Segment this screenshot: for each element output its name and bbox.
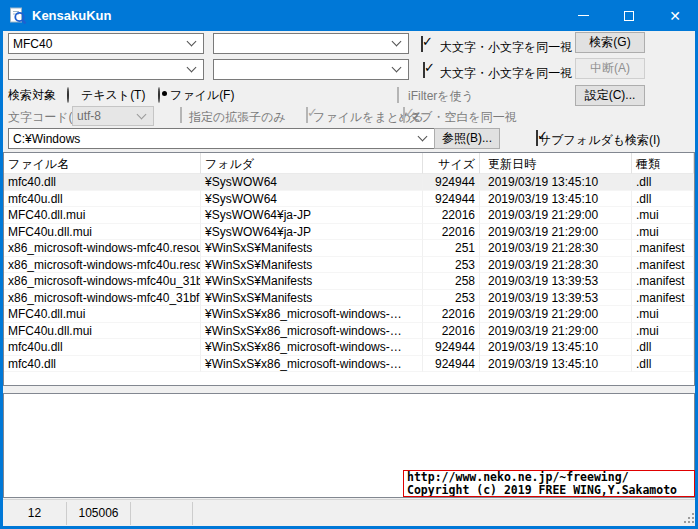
target-file-radio[interactable] [158,87,160,103]
search-keyword-combo-1[interactable]: MFC40 [8,33,204,54]
cell-folder: ¥WinSxS¥x86_microsoft-windows-… [201,306,423,323]
chevron-down-icon [418,132,428,142]
cell-folder: ¥SysWOW64 [201,191,423,208]
cell-size: 251 [423,240,480,257]
cell-size: 924944 [423,356,480,373]
maximize-icon [624,11,634,21]
status-result-count: 12 [3,500,66,527]
table-body: mfc40.dll ¥SysWOW64 924944 2019/03/19 13… [4,174,694,372]
subfolder-checkbox[interactable] [536,130,538,146]
table-row[interactable]: mfc40u.dll ¥WinSxS¥x86_microsoft-windows… [4,339,694,356]
cell-folder: ¥WinSxS¥Manifests [201,240,423,257]
abort-button: 中断(A) [575,58,645,79]
target-text-radio[interactable] [67,87,69,103]
results-listview: ファイル名 フォルダ サイズ 更新日時 種類 mfc40.dll ¥SysWOW… [3,152,695,386]
cell-folder: ¥WinSxS¥Manifests [201,273,423,290]
cell-size: 22016 [423,224,480,241]
cell-filename: MFC40.dll.mui [4,207,201,224]
copyright-box: http://www.neko.ne.jp/~freewing/ Copyrig… [403,470,695,497]
browse-button[interactable]: 参照(B)... [434,128,500,149]
minimize-button[interactable] [560,0,606,31]
ext-only-label: 指定の拡張子のみ [189,109,286,126]
column-header-filename[interactable]: ファイル名 [4,153,201,174]
search-button[interactable]: 検索(G) [575,32,645,53]
cell-type: .mui [632,224,694,241]
cell-type: .dll [632,174,694,191]
column-header-size[interactable]: サイズ [423,153,480,174]
target-file-label[interactable]: ファイル(F) [170,87,234,104]
match-case-checkbox-2[interactable] [423,62,425,78]
cell-size: 253 [423,257,480,274]
subfolder-label[interactable]: サブフォルダも検索(I) [539,132,660,149]
cell-type: .dll [632,191,694,208]
cell-modified: 2019/03/19 21:29:00 [480,306,632,323]
cell-size: 253 [423,290,480,307]
table-row[interactable]: x86_microsoft-windows-mfc40u_31b… ¥WinSx… [4,273,694,290]
column-header-folder[interactable]: フォルダ [201,153,423,174]
table-row[interactable]: x86_microsoft-windows-mfc40_31bf… ¥WinSx… [4,290,694,307]
column-header-type[interactable]: 種類 [632,153,694,174]
tab-space-checkbox [403,107,405,123]
cell-size: 924944 [423,174,480,191]
cell-size: 258 [423,273,480,290]
combine-files-checkbox [306,107,308,123]
table-row[interactable]: MFC40u.dll.mui ¥WinSxS¥x86_microsoft-win… [4,323,694,340]
cell-modified: 2019/03/19 13:45:10 [480,191,632,208]
copyright-text: Copyright (c) 2019 FREE WING,Y.Sakamoto [407,484,691,497]
match-case-checkbox-1[interactable] [421,36,423,52]
chevron-down-icon [392,63,402,73]
cell-size: 22016 [423,306,480,323]
cell-filename: mfc40.dll [4,174,201,191]
ifilter-checkbox [397,87,399,103]
cell-size: 924944 [423,191,480,208]
cell-filename: MFC40.dll.mui [4,306,201,323]
cell-folder: ¥WinSxS¥Manifests [201,257,423,274]
table-row[interactable]: mfc40.dll ¥SysWOW64 924944 2019/03/19 13… [4,174,694,191]
table-row[interactable]: MFC40.dll.mui ¥SysWOW64¥ja-JP 22016 2019… [4,207,694,224]
settings-button[interactable]: 設定(C)... [575,85,645,106]
match-case-label-1: 大文字・小文字を同一視 [440,39,572,56]
ifilter-label: iFilterを使う [408,88,474,105]
search-target-label: 検索対象 [8,87,56,104]
cell-filename: MFC40u.dll.mui [4,224,201,241]
maximize-button[interactable] [606,0,652,31]
resize-grip[interactable] [682,511,694,523]
column-header-modified[interactable]: 更新日時 [480,153,632,174]
target-text-label[interactable]: テキスト(T) [81,87,145,104]
cell-modified: 2019/03/19 21:28:30 [480,257,632,274]
table-row[interactable]: MFC40.dll.mui ¥WinSxS¥x86_microsoft-wind… [4,306,694,323]
search-keyword-combo-4[interactable] [213,59,409,80]
cell-type: .manifest [632,240,694,257]
cell-type: .manifest [632,257,694,274]
search-keyword-combo-2[interactable] [213,33,409,54]
table-row[interactable]: mfc40.dll ¥WinSxS¥x86_microsoft-windows-… [4,356,694,373]
cell-size: 22016 [423,207,480,224]
close-button[interactable]: ✕ [652,0,698,31]
charset-value: utf-8 [77,109,134,123]
cell-folder: ¥WinSxS¥x86_microsoft-windows-… [201,356,423,373]
search-path-combo[interactable]: C:¥Windows [8,128,435,149]
chevron-down-icon [137,109,147,119]
cell-modified: 2019/03/19 21:28:30 [480,240,632,257]
search-keyword-combo-3[interactable] [8,59,204,80]
table-row[interactable]: x86_microsoft-windows-mfc40.resou… ¥WinS… [4,240,694,257]
cell-modified: 2019/03/19 13:45:10 [480,339,632,356]
cell-filename: x86_microsoft-windows-mfc40_31bf… [4,290,201,307]
statusbar: 12 105006 [3,499,695,526]
table-row[interactable]: mfc40u.dll ¥SysWOW64 924944 2019/03/19 1… [4,191,694,208]
minimize-icon [578,15,589,16]
table-row[interactable]: x86_microsoft-windows-mfc40u.reso… ¥WinS… [4,257,694,274]
app-magnifier-icon[interactable] [9,7,27,25]
cell-type: .manifest [632,273,694,290]
status-pane-4 [193,500,695,527]
cell-filename: mfc40u.dll [4,191,201,208]
cell-filename: mfc40.dll [4,356,201,373]
cell-folder: ¥WinSxS¥x86_microsoft-windows-… [201,339,423,356]
table-row[interactable]: MFC40u.dll.mui ¥SysWOW64¥ja-JP 22016 201… [4,224,694,241]
pane-splitter[interactable] [3,386,695,393]
cell-filename: x86_microsoft-windows-mfc40u_31b… [4,273,201,290]
cell-folder: ¥WinSxS¥Manifests [201,290,423,307]
search-keyword-value-1: MFC40 [13,37,184,51]
status-scanned-count: 105006 [67,500,130,527]
cell-modified: 2019/03/19 13:45:10 [480,174,632,191]
